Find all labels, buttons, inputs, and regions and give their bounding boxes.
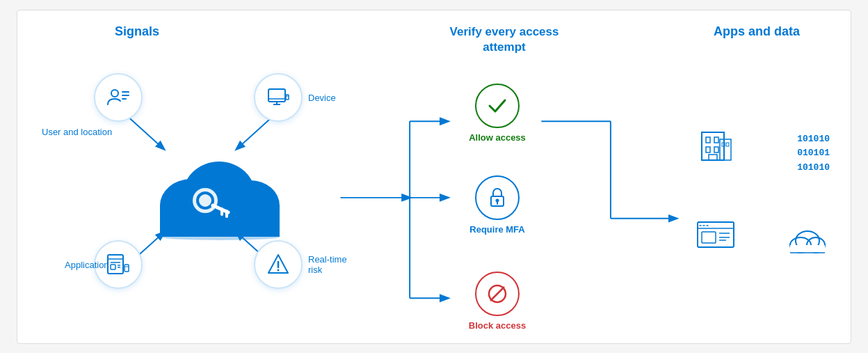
application-label: Application (65, 260, 109, 270)
svg-rect-38 (124, 265, 129, 272)
svg-rect-47 (702, 132, 724, 160)
cloud-icon (146, 139, 285, 244)
cloud-storage-icon (785, 223, 830, 260)
user-location-icon (94, 73, 143, 122)
svg-rect-69 (790, 245, 825, 253)
allow-access-outcome: Allow access (456, 84, 539, 143)
user-location-label: User and location (42, 127, 112, 137)
building-icon (695, 122, 739, 169)
svg-rect-49 (714, 137, 718, 143)
svg-rect-56 (726, 143, 729, 146)
svg-point-22 (111, 90, 118, 97)
binary-data: 101010 010101 101010 (797, 132, 830, 175)
svg-rect-30 (286, 95, 289, 100)
diagram-container: Signals User and location (17, 10, 851, 344)
allow-access-label: Allow access (469, 132, 526, 143)
arrows-overlay (17, 10, 851, 343)
svg-rect-52 (709, 155, 717, 160)
block-access-label: Block access (469, 320, 526, 331)
svg-point-16 (160, 233, 280, 240)
svg-rect-59 (702, 232, 716, 243)
signals-section-title: Signals (115, 24, 159, 39)
portal-icon (695, 219, 739, 257)
device-label: Device (308, 93, 336, 103)
svg-rect-50 (706, 147, 710, 152)
svg-rect-54 (720, 139, 731, 160)
svg-rect-48 (706, 137, 710, 143)
block-access-outcome: Block access (456, 272, 539, 331)
apps-data-section-title: Apps and data (680, 24, 833, 39)
require-mfa-outcome: Require MFA (456, 175, 539, 235)
risk-icon (254, 240, 303, 289)
svg-rect-51 (714, 147, 718, 152)
svg-rect-35 (111, 265, 115, 269)
risk-label: Real-time Real-time risk risk (308, 254, 347, 275)
svg-point-41 (278, 269, 280, 271)
svg-line-46 (490, 287, 504, 301)
require-mfa-label: Require MFA (469, 224, 524, 235)
device-icon (254, 73, 303, 122)
svg-rect-26 (268, 89, 285, 102)
verify-section-title: Verify every access attempt (435, 24, 574, 55)
